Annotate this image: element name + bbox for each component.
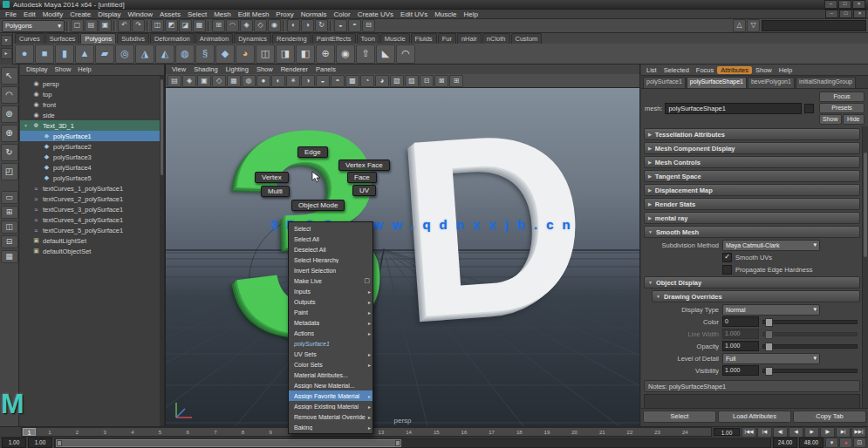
step-back-frame-button[interactable]: |◀	[757, 427, 772, 438]
context-menu-item-deselect-all[interactable]: Deselect All	[289, 244, 372, 255]
viewport-menu-renderer[interactable]: Renderer	[277, 65, 311, 73]
menu-set-selector[interactable]: Polygons ▾	[2, 20, 65, 32]
viewport-canvas[interactable]: 3 D 3DCG www.qdnxxjb.cn persp	[166, 88, 639, 426]
notes-section-bar[interactable]: Notes: polySurfaceShape1	[644, 380, 860, 392]
outliner-item-polysurface3[interactable]: ◆polySurface3	[20, 152, 164, 162]
group-collapse-handle[interactable]	[147, 21, 149, 31]
outliner-item-text-3d-1[interactable]: ▼⊕Text_3D_1	[20, 120, 164, 131]
outliner-item-persp[interactable]: ◉persp	[20, 78, 164, 89]
outliner-item-polysurface5[interactable]: ◆polySurface5	[20, 173, 164, 183]
ae-tab-initialshadinggroup[interactable]: initialShadingGroup	[796, 77, 856, 88]
play-forwards-button[interactable]: ▶	[804, 427, 819, 438]
shelf-tab-polygons[interactable]: Polygons	[80, 33, 116, 44]
poly-pipe-icon[interactable]: ◍	[175, 44, 195, 64]
group-collapse-handle[interactable]	[113, 21, 116, 31]
outliner-item-side[interactable]: ◉side	[20, 110, 164, 120]
shelf-menu-button[interactable]: ▸	[1, 48, 12, 59]
field-color[interactable]: 0	[722, 316, 759, 327]
shaded-icon[interactable]: ●	[256, 75, 270, 87]
camera-attributes-icon[interactable]: ▣	[197, 75, 211, 87]
new-scene-icon[interactable]: ▢	[71, 19, 84, 32]
group-collapse-handle[interactable]	[330, 21, 332, 31]
select-object-icon[interactable]: ◩	[165, 19, 178, 32]
marking-menu-item-uv[interactable]: UV	[352, 185, 376, 196]
context-menu-item-remove-material-override[interactable]: Remove Material Override▸	[289, 411, 372, 422]
multisampling-icon[interactable]: ▩	[345, 75, 359, 87]
move-tool[interactable]: ⊕	[1, 125, 18, 142]
redo-icon[interactable]: ↷	[132, 19, 145, 32]
outliner-menu-display[interactable]: Display	[24, 65, 51, 75]
context-menu-item-inputs[interactable]: Inputs▸	[289, 286, 372, 296]
context-menu-item-invert-selection[interactable]: Invert Selection	[289, 265, 372, 275]
section-tangent-space[interactable]: ▶Tangent Space	[644, 170, 860, 182]
slider-visibility[interactable]	[762, 369, 858, 373]
child-close-button[interactable]: ×	[853, 10, 866, 18]
ipr-render-icon[interactable]: ◓	[348, 19, 361, 32]
playback-end-field[interactable]: 24.00	[773, 438, 797, 448]
section-mesh-component-display[interactable]: ▶Mesh Component Display	[644, 142, 860, 154]
ae-menu-list[interactable]: List	[643, 66, 660, 74]
resolution-gate-icon[interactable]: ⊡	[420, 75, 434, 87]
poly-pyramid-icon[interactable]: ◭	[155, 44, 174, 64]
shelf-tab-deformation[interactable]: Deformation	[150, 33, 195, 44]
dropdown-level-of-detail[interactable]: Full▾	[722, 353, 820, 364]
menu-edit[interactable]: Edit	[20, 10, 39, 18]
persp-outliner-layout-button[interactable]: ◫	[1, 221, 18, 234]
footer-button-select[interactable]: Select	[643, 411, 716, 423]
outliner-item-polysurface2[interactable]: ◆polySurface2	[20, 141, 164, 152]
shelf-tab-muscle[interactable]: Muscle	[380, 33, 410, 44]
marking-menu-item-face[interactable]: Face	[347, 172, 377, 183]
section-displacement-map[interactable]: ▶Displacement Map	[644, 184, 860, 196]
range-end-handle[interactable]	[395, 440, 400, 446]
context-menu-item-color-sets[interactable]: Color Sets▸	[289, 359, 372, 370]
snap-to-point-icon[interactable]: ◈	[240, 19, 253, 32]
play-backwards-button[interactable]: ◀	[789, 427, 803, 438]
marking-menu-item-vertex-face[interactable]: Vertex Face	[338, 160, 390, 171]
outliner-menu-show[interactable]: Show	[52, 65, 74, 75]
range-slider-track[interactable]	[54, 438, 771, 448]
gate-mask-icon[interactable]: ⊠	[434, 75, 448, 87]
menu-color[interactable]: Color	[331, 10, 354, 18]
image-plane-icon[interactable]: ▦	[227, 75, 241, 87]
numeric-input-icon[interactable]: ▽	[747, 19, 760, 32]
outliner-item-front[interactable]: ◉front	[20, 99, 164, 110]
hypershade-layout-button[interactable]: ▦	[1, 250, 18, 263]
ae-menu-show[interactable]: Show	[752, 66, 776, 74]
poly-plane-icon[interactable]: ▰	[95, 44, 114, 64]
node-name-field[interactable]: polySurfaceShape1	[665, 103, 802, 114]
shelf-tab-surfaces[interactable]: Surfaces	[45, 33, 80, 44]
viewport-menu-lighting[interactable]: Lighting	[222, 65, 252, 73]
checkbox-smooth-uvs[interactable]: ✓	[722, 253, 732, 262]
sculpt-geometry-icon[interactable]: ◕	[236, 44, 255, 64]
ae-menu-attributes[interactable]: Attributes	[717, 66, 752, 74]
context-menu-item-assign-favorite-material[interactable]: Assign Favorite Material▸	[289, 390, 372, 401]
boolean-union-icon[interactable]: ⊕	[316, 44, 335, 64]
ae-menu-focus[interactable]: Focus	[693, 66, 717, 74]
presets-button[interactable]: Presets	[819, 103, 865, 113]
marking-menu-item-multi[interactable]: Multi	[261, 186, 290, 197]
menu-create-uvs[interactable]: Create UVs	[354, 10, 397, 18]
depth-of-field-icon[interactable]: ◔	[360, 75, 374, 87]
field-line-width[interactable]: 1.000	[722, 329, 759, 339]
show-button[interactable]: Show	[819, 114, 842, 125]
smooth-icon[interactable]: ◉	[336, 44, 355, 64]
viewport-menu-panels[interactable]: Panels	[312, 65, 339, 73]
snap-to-curve-icon[interactable]: ◠	[226, 19, 239, 32]
poly-cube-icon[interactable]: ■	[35, 44, 54, 64]
go-to-start-button[interactable]: |◀◀	[742, 427, 756, 438]
snap-to-plane-icon[interactable]: ◇	[254, 19, 267, 32]
minimize-button[interactable]: –	[824, 0, 837, 9]
persp-graph-layout-button[interactable]: ⊟	[1, 235, 18, 248]
range-slider-bar[interactable]	[56, 439, 401, 447]
ae-tab-bevelpolygon1[interactable]: bevelPolygon1	[748, 77, 795, 88]
outliner-item-textcurves-4-polysurface1[interactable]: ≈textCurves_4_polySurface1	[20, 214, 164, 225]
poly-sphere-icon[interactable]: ●	[15, 44, 34, 64]
menu-window[interactable]: Window	[125, 10, 156, 18]
motion-blur-icon[interactable]: ◓	[331, 75, 345, 87]
menu-file[interactable]: File	[2, 10, 20, 18]
outliner-item-defaultlightset[interactable]: ▣defaultLightSet	[20, 235, 164, 246]
render-current-frame-icon[interactable]: ◒	[334, 19, 347, 32]
outliner-item-defaultobjectset[interactable]: ▣defaultObjectSet	[20, 246, 164, 256]
context-menu-item-actions[interactable]: Actions▸	[289, 328, 372, 338]
shelf-tab-toon[interactable]: Toon	[357, 33, 379, 44]
